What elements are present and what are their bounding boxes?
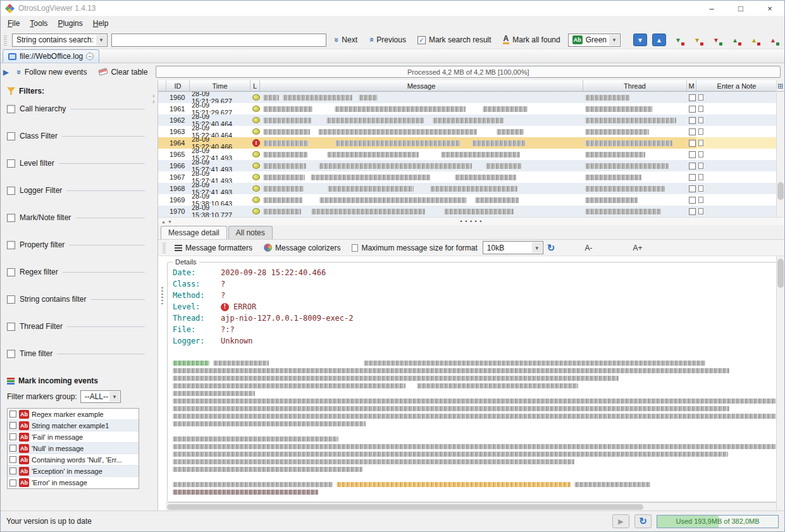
menu-file[interactable]: File [3,16,25,30]
checkbox-unchecked[interactable] [7,159,15,168]
cell-note[interactable] [696,137,776,149]
marker-item-fail-in-message[interactable]: Ab'Fail' in message [8,431,139,443]
minimize-button[interactable]: – [697,1,726,16]
column-header-id[interactable]: ID [166,80,190,91]
checkbox-unchecked[interactable] [689,185,696,192]
markers-group-select[interactable]: --ALL-- ▾ [80,390,121,403]
column-header-l[interactable]: L [250,80,260,91]
checkbox-unchecked[interactable] [7,241,15,249]
clear-table-button[interactable]: Clear table [95,66,151,78]
scrollbar-track[interactable] [777,92,784,217]
follow-new-events-button[interactable]: » Follow new events [13,66,90,78]
checkbox-unchecked[interactable] [7,350,15,358]
font-decrease-button[interactable]: A- [579,242,598,254]
sync-button[interactable]: ↻ [634,514,652,528]
filter-call-hierarchy[interactable]: Call hierarchy [7,104,150,113]
cell-note[interactable] [696,171,776,183]
checkbox-unchecked[interactable] [689,94,696,101]
checkbox-unchecked[interactable] [9,422,16,429]
previous-marked-red-button[interactable]: ▲ [766,34,780,46]
menu-help[interactable]: Help [88,16,114,30]
checkbox-unchecked[interactable] [7,105,15,113]
search-mode-select[interactable]: String contains search: ▾ [12,34,108,47]
filter-class-filter[interactable]: Class Filter [7,132,150,140]
detail-split-handle[interactable]: ▲ ▼ • • • • • [158,217,784,225]
filter-property-filter[interactable]: Property filter [7,240,150,249]
marker-item-string-matcher-example1[interactable]: AbString matcher example1 [8,420,139,431]
table-row-1960[interactable]: 196028-09 15:21:29.627 [158,92,776,103]
checkbox-unchecked[interactable] [9,467,16,474]
cell-note[interactable] [696,103,776,114]
checkbox-unchecked[interactable] [689,117,696,124]
message-colorizers-button[interactable]: Message colorizers [260,242,344,254]
tail-button[interactable]: ▶ [612,514,629,528]
filter-time-filter[interactable]: Time filter [7,349,150,358]
table-row-1966[interactable]: 196628-09 15:27:41.493 [158,160,776,171]
checkbox-unchecked[interactable] [7,214,15,222]
message-formatters-button[interactable]: Message formatters [171,242,256,254]
checkbox-unchecked[interactable] [9,456,16,463]
table-row-1967[interactable]: 196728-09 15:27:41.493 [158,171,776,183]
sidebar-splitter[interactable]: ‹ › [150,80,158,510]
checkbox-unchecked[interactable] [9,411,16,418]
column-header-thread[interactable]: Thread [583,80,687,91]
next-marked-yellow-button[interactable]: ▼ [690,34,704,46]
filter-string-contains-filter[interactable]: String contains filter [7,295,150,304]
menu-tools[interactable]: Tools [25,16,53,30]
marker-item-regex-marker-example[interactable]: AbRegex marker example [8,409,139,420]
marker-color-select[interactable]: Ab Green ▾ [568,34,621,47]
table-row-1970[interactable]: 197028-09 15:38:10.727 [158,206,776,217]
table-row-1962[interactable]: 196228-09 15:22:40.464 [158,114,776,126]
table-row-1964[interactable]: 196428-09 15:22:40.466! [158,137,776,149]
checkbox-unchecked[interactable] [9,433,16,440]
tab-message-detail[interactable]: Message detail [161,226,227,239]
table-row-1969[interactable]: 196928-09 15:38:10.643 [158,194,776,206]
mark-search-result-toggle[interactable]: ✓ Mark search result [414,34,495,46]
next-marked-red-button[interactable]: ▼ [709,34,723,46]
previous-marked-yellow-button[interactable]: ▲ [747,34,761,46]
cell-note[interactable] [696,194,776,206]
maximize-button[interactable]: □ [726,1,755,16]
scrollbar-thumb[interactable] [167,504,643,510]
checkbox-unchecked[interactable] [689,174,696,181]
column-header-m[interactable]: M [687,80,696,91]
next-marked-green-button[interactable]: ▼ [671,34,685,46]
table-row-1963[interactable]: 196328-09 15:22:40.464 [158,126,776,137]
cell-note[interactable] [696,92,776,103]
checkbox-unchecked[interactable] [689,151,696,158]
scrollbar-thumb[interactable] [777,182,784,200]
marker-item-error-in-message[interactable]: Ab'Error' in message [8,477,139,488]
next-button[interactable]: » Next [330,34,361,46]
previous-marked-green-button[interactable]: ▲ [728,34,742,46]
checkbox-unchecked[interactable] [689,128,696,135]
column-header-time[interactable]: Time [190,80,250,91]
search-input[interactable] [111,34,326,47]
column-settings-button[interactable] [777,80,784,92]
checkbox-unchecked[interactable] [7,295,15,304]
expand-right-icon[interactable]: ▶ [3,69,8,75]
scrollbar-thumb[interactable] [777,259,784,288]
checkbox-unchecked[interactable] [7,132,15,140]
cell-note[interactable] [696,149,776,160]
checkbox-unchecked[interactable] [7,268,15,276]
font-increase-button[interactable]: A+ [627,242,648,254]
marker-item-containing-words-null-err[interactable]: AbContaining words 'Null', 'Err... [8,454,139,466]
toolbar-grip[interactable] [163,242,166,253]
cell-note[interactable] [696,183,776,194]
column-header-enter-a-note[interactable]: Enter a Note [696,80,777,91]
column-header-message[interactable]: Message [260,80,583,91]
next-search-result-button[interactable]: ▼ [633,34,647,46]
cell-note[interactable] [696,114,776,126]
checkbox-unchecked[interactable] [689,106,696,113]
marker-item-null-in-message[interactable]: Ab'Null' in message [8,443,139,454]
filter-regex-filter[interactable]: Regex filter [7,268,150,276]
previous-button[interactable]: » Previous [365,34,410,46]
cell-note[interactable] [696,160,776,171]
filter-mark-note-filter[interactable]: Mark/Note filter [7,213,150,222]
memory-bar[interactable]: Used 193,9MB of 382,0MB [657,515,779,528]
checkbox-unchecked[interactable] [689,208,696,215]
filter-thread-filter[interactable]: Thread Filter [7,322,150,331]
filter-logger-filter[interactable]: Logger Filter [7,186,150,195]
table-row-1968[interactable]: 196828-09 15:27:41.493 [158,183,776,194]
checkbox-unchecked[interactable] [689,163,696,170]
